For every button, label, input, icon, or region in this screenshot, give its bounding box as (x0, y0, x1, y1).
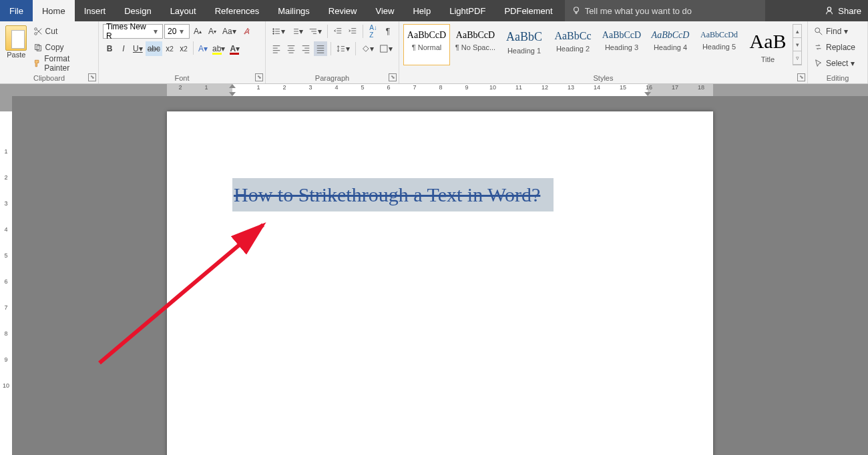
tab-mailings[interactable]: Mailings (268, 0, 319, 21)
align-left-button[interactable] (270, 41, 283, 56)
font-size-combo[interactable]: 20▾ (164, 24, 190, 39)
shading-button[interactable]: ▾ (359, 41, 377, 56)
tab-help[interactable]: Help (403, 0, 440, 21)
grow-font-button[interactable]: A▴ (191, 24, 204, 39)
ribbon: Paste Cut Copy Format Painter Clipboard … (0, 21, 868, 84)
tab-references[interactable]: References (206, 0, 268, 21)
highlight-button[interactable]: ab▾ (210, 41, 227, 56)
underline-button[interactable]: U▾ (131, 41, 145, 56)
align-left-icon (272, 44, 281, 53)
justify-button[interactable] (314, 41, 327, 56)
tab-review[interactable]: Review (319, 0, 367, 21)
font-dialog-launcher[interactable]: ⬊ (255, 73, 263, 81)
editing-group-label: Editing (808, 74, 867, 82)
font-size-value: 20 (168, 27, 176, 36)
strikethrough-button[interactable]: abc (146, 41, 162, 56)
style-preview: AaB (746, 26, 789, 55)
line-spacing-icon (337, 44, 346, 53)
bucket-icon (361, 44, 371, 53)
tab-layout[interactable]: Layout (161, 0, 206, 21)
styles-scroll-down[interactable]: ▾ (793, 38, 801, 51)
paste-button[interactable]: Paste (4, 24, 29, 71)
tab-pdfelement[interactable]: PDFelement (495, 0, 562, 21)
increase-indent-button[interactable] (346, 24, 359, 39)
styles-scroll-up[interactable]: ▴ (793, 25, 801, 38)
sort-button[interactable]: A↓Z (367, 24, 380, 39)
align-center-button[interactable] (284, 41, 298, 56)
horizontal-ruler[interactable]: 21123456789101112131415161718 (0, 84, 868, 96)
paste-icon (5, 25, 27, 51)
align-right-button[interactable] (299, 41, 312, 56)
copy-button[interactable]: Copy (31, 40, 94, 55)
clipboard-dialog-launcher[interactable]: ⬊ (88, 73, 96, 81)
font-color-button[interactable]: A▾ (228, 41, 242, 56)
tab-file[interactable]: File (0, 0, 33, 21)
style-nospacing[interactable]: AaBbCcD ¶ No Spac... (452, 24, 499, 65)
tab-insert[interactable]: Insert (75, 0, 116, 21)
text-effects-button[interactable]: A▾ (196, 41, 210, 56)
search-icon (814, 27, 823, 36)
decrease-indent-button[interactable] (331, 24, 345, 39)
svg-point-7 (273, 31, 274, 32)
style-preview: AaBbCcD (600, 26, 643, 43)
style-name: Heading 5 (698, 43, 740, 51)
selected-text[interactable]: How to Strikethrough a Text in Word? (232, 178, 554, 211)
style-title[interactable]: AaB Title (744, 24, 791, 65)
tell-me-search[interactable]: Tell me what you want to do (565, 0, 765, 21)
svg-point-10 (815, 28, 820, 33)
bullets-button[interactable]: ▾ (270, 24, 287, 39)
first-line-indent[interactable] (229, 84, 236, 88)
svg-point-3 (34, 28, 37, 31)
select-button[interactable]: Select ▾ (812, 56, 865, 71)
style-heading4[interactable]: AaBbCcD Heading 4 (647, 24, 694, 65)
page: How to Strikethrough a Text in Word? (167, 111, 713, 455)
tab-lightpdf[interactable]: LightPDF (440, 0, 495, 21)
svg-point-0 (574, 7, 578, 12)
line-spacing-button[interactable]: ▾ (335, 41, 352, 56)
clear-formatting-button[interactable]: A̷ (240, 24, 253, 39)
style-heading3[interactable]: AaBbCcD Heading 3 (598, 24, 645, 65)
paragraph-dialog-launcher[interactable]: ⬊ (389, 73, 397, 81)
tab-view[interactable]: View (366, 0, 403, 21)
numbering-button[interactable]: ▾ (288, 24, 306, 39)
select-label: Select (826, 59, 848, 68)
font-name-combo[interactable]: Times New R▾ (103, 24, 163, 39)
document-workspace[interactable]: How to Strikethrough a Text in Word? (12, 96, 868, 455)
style-preview: AaBbCcD (405, 26, 448, 43)
style-heading5[interactable]: AaBbCcDd Heading 5 (696, 24, 742, 65)
find-button[interactable]: Find ▾ (812, 24, 865, 39)
group-clipboard: Paste Cut Copy Format Painter Clipboard … (0, 21, 99, 83)
lightbulb-icon (572, 6, 581, 15)
style-normal[interactable]: AaBbCcD ¶ Normal (403, 24, 450, 65)
indent-icon (348, 27, 357, 36)
svg-rect-9 (381, 45, 387, 52)
borders-button[interactable]: ▾ (377, 41, 395, 56)
style-name: Heading 2 (552, 45, 594, 53)
style-heading1[interactable]: AaBbC Heading 1 (501, 24, 548, 65)
replace-button[interactable]: Replace (812, 40, 865, 55)
brush-icon (33, 59, 42, 68)
vertical-ruler[interactable]: 12345678910 (0, 96, 12, 455)
group-styles: AaBbCcD ¶ Normal AaBbCcD ¶ No Spac... Aa… (399, 21, 808, 83)
svg-point-2 (34, 33, 37, 35)
italic-button[interactable]: I (117, 41, 130, 56)
subscript-button[interactable]: x2 (163, 41, 176, 56)
bold-button[interactable]: B (103, 41, 116, 56)
copy-label: Copy (45, 43, 64, 52)
style-heading2[interactable]: AaBbCc Heading 2 (550, 24, 596, 65)
share-button[interactable]: Share (818, 0, 868, 21)
format-painter-button[interactable]: Format Painter (31, 56, 94, 71)
styles-group-label: Styles (399, 74, 807, 82)
paragraph-group-label: Paragraph (266, 74, 399, 82)
show-marks-button[interactable]: ¶ (381, 24, 395, 39)
styles-expand[interactable]: ▿ (793, 51, 801, 65)
change-case-button[interactable]: Aa▾ (220, 24, 238, 39)
tab-home[interactable]: Home (33, 0, 75, 21)
cut-button[interactable]: Cut (31, 24, 94, 39)
tab-design[interactable]: Design (115, 0, 160, 21)
styles-dialog-launcher[interactable]: ⬊ (797, 73, 805, 81)
replace-icon (814, 43, 823, 52)
superscript-button[interactable]: x2 (177, 41, 190, 56)
multilevel-button[interactable]: ▾ (306, 24, 324, 39)
shrink-font-button[interactable]: A▾ (206, 24, 219, 39)
